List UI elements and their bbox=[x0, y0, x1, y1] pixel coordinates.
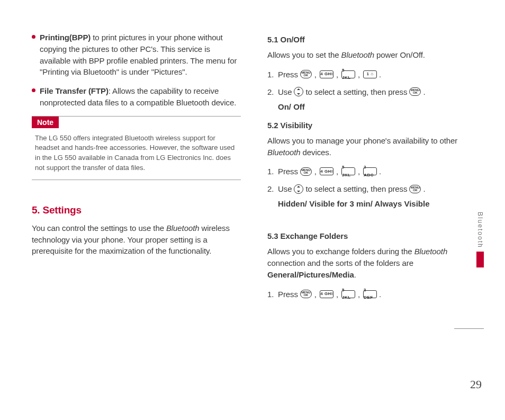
text-italic: Bluetooth bbox=[166, 224, 199, 233]
key-5-icon: 5 JKL bbox=[341, 70, 355, 78]
step-5-1-1: 1. Press MENUOK, 4 GHI, 5 JKL, 1 ⌂. bbox=[267, 67, 476, 82]
side-tab: Bluetooth bbox=[476, 212, 484, 267]
comma: , bbox=[314, 164, 317, 178]
step-number: 1. bbox=[267, 67, 278, 82]
subtitle-5-1: 5.1 On/Off bbox=[267, 35, 476, 44]
key-5-icon: 5 JKL bbox=[341, 167, 355, 175]
period: . bbox=[379, 164, 381, 178]
key-2-icon: 2 ABC bbox=[363, 167, 377, 175]
desc-5-1: Allows you to set the Bluetooth power On… bbox=[267, 49, 476, 61]
bullet-bold: File Transfer (FTP) bbox=[40, 86, 109, 95]
key-1-icon: 1 ⌂ bbox=[363, 70, 377, 78]
menu-ok-key-icon: MENUOK bbox=[409, 87, 421, 96]
settings-paragraph: You can control the settings to use the … bbox=[32, 222, 241, 257]
desc-5-3: Allows you to exchange folders during th… bbox=[267, 246, 476, 280]
text-italic: Bluetooth bbox=[267, 148, 300, 157]
comma: , bbox=[336, 67, 338, 82]
subtitle-5-3: 5.3 Exchange Folders bbox=[267, 231, 476, 240]
menu-ok-key-icon: MENUOK bbox=[409, 185, 421, 193]
step-number: 1. bbox=[267, 164, 278, 178]
step-number: 1. bbox=[267, 287, 278, 301]
text-bold: General/Pictures/Media bbox=[267, 270, 354, 279]
period: . bbox=[423, 85, 425, 99]
two-column-layout: Printing(BPP) to print pictures in your … bbox=[32, 32, 484, 305]
options-5-2: Hidden/ Visible for 3 min/ Always Visibl… bbox=[278, 199, 476, 208]
note-body: The LG 550 offers integrated Bluetooth w… bbox=[32, 128, 241, 180]
comma: , bbox=[336, 164, 338, 178]
side-tab-bar-icon bbox=[476, 252, 484, 267]
menu-ok-key-icon: MENUOK bbox=[300, 290, 312, 298]
text: to select a setting, then press bbox=[305, 182, 407, 196]
step-body: Press MENUOK, 4 GHI, 5 JKL, 3 DEF. bbox=[278, 287, 476, 301]
step-body: Press MENUOK, 4 GHI, 5 JKL, 1 ⌂. bbox=[278, 67, 476, 82]
step-body: Press MENUOK, 4 GHI, 5 JKL, 2 ABC. bbox=[278, 164, 476, 178]
left-column: Printing(BPP) to print pictures in your … bbox=[32, 32, 241, 305]
side-tab-label: Bluetooth bbox=[476, 212, 484, 248]
text: Use bbox=[278, 85, 292, 99]
bullet-dot-icon bbox=[32, 88, 35, 92]
comma: , bbox=[358, 287, 360, 301]
key-4-icon: 4 GHI bbox=[320, 167, 333, 175]
text: Press bbox=[278, 164, 298, 178]
text: connection and the sorts of the folders … bbox=[267, 258, 413, 267]
step-5-1-2: 2. Use to select a setting, then press M… bbox=[267, 85, 476, 99]
step-body: Use to select a setting, then press MENU… bbox=[278, 182, 476, 196]
period: . bbox=[354, 270, 356, 279]
key-4-icon: 4 GHI bbox=[320, 290, 333, 298]
step-5-3-1: 1. Press MENUOK, 4 GHI, 5 JKL, 3 DEF. bbox=[267, 287, 476, 301]
text: Press bbox=[278, 67, 298, 82]
text-italic: Bluetooth bbox=[341, 50, 374, 59]
note-box: Note The LG 550 offers integrated Blueto… bbox=[32, 116, 241, 180]
side-rule bbox=[454, 328, 484, 329]
step-number: 2. bbox=[267, 85, 278, 99]
step-number: 2. bbox=[267, 182, 278, 196]
section-title-settings: 5. Settings bbox=[32, 204, 241, 216]
text: devices. bbox=[300, 148, 331, 157]
step-5-2-2: 2. Use to select a setting, then press M… bbox=[267, 182, 476, 196]
text: power On/Off. bbox=[374, 50, 425, 59]
key-5-icon: 5 JKL bbox=[341, 290, 355, 298]
step-5-2-1: 1. Press MENUOK, 4 GHI, 5 JKL, 2 ABC. bbox=[267, 164, 476, 178]
period: . bbox=[379, 67, 381, 82]
manual-page: Printing(BPP) to print pictures in your … bbox=[0, 0, 505, 420]
key-3-icon: 3 DEF bbox=[363, 290, 377, 298]
bullet-bold: Printing(BPP) bbox=[40, 33, 91, 42]
menu-ok-key-icon: MENUOK bbox=[300, 70, 312, 78]
text: Allows you to set the bbox=[267, 50, 341, 59]
bullet-text: File Transfer (FTP): Allows the capabili… bbox=[40, 85, 241, 109]
key-4-icon: 4 GHI bbox=[320, 70, 333, 78]
page-number: 29 bbox=[470, 378, 482, 391]
comma: , bbox=[358, 164, 360, 178]
text: You can control the settings to use the bbox=[32, 224, 166, 233]
right-column: 5.1 On/Off Allows you to set the Bluetoo… bbox=[267, 32, 476, 305]
nav-key-icon bbox=[294, 184, 303, 194]
step-body: Use to select a setting, then press MENU… bbox=[278, 85, 476, 99]
bullet-ftp: File Transfer (FTP): Allows the capabili… bbox=[32, 85, 241, 109]
subtitle-5-2: 5.2 Visibility bbox=[267, 121, 476, 130]
bullet-text: Printing(BPP) to print pictures in your … bbox=[40, 32, 241, 78]
text: Allows you to manage your phone's availa… bbox=[267, 136, 457, 145]
period: . bbox=[379, 287, 381, 301]
comma: , bbox=[314, 287, 317, 301]
note-header: Note bbox=[32, 117, 59, 128]
bullet-dot-icon bbox=[32, 35, 35, 39]
text: to select a setting, then press bbox=[305, 85, 407, 99]
options-5-1: On/ Off bbox=[278, 102, 476, 111]
text: Press bbox=[278, 287, 298, 301]
nav-key-icon bbox=[294, 87, 303, 96]
comma: , bbox=[358, 67, 360, 82]
period: . bbox=[423, 182, 425, 196]
desc-5-2: Allows you to manage your phone's availa… bbox=[267, 135, 476, 158]
text: Allows you to exchange folders during th… bbox=[267, 247, 414, 256]
text-italic: Bluetooth bbox=[414, 247, 447, 256]
text: Use bbox=[278, 182, 292, 196]
comma: , bbox=[314, 67, 317, 82]
bullet-printing: Printing(BPP) to print pictures in your … bbox=[32, 32, 241, 78]
comma: , bbox=[336, 287, 338, 301]
menu-ok-key-icon: MENUOK bbox=[300, 167, 312, 176]
